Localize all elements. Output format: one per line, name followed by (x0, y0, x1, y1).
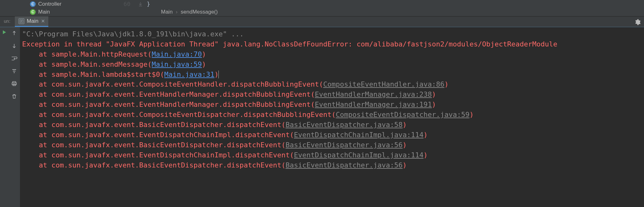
gear-icon[interactable] (634, 19, 641, 26)
breadcrumb-method[interactable]: sendMessage() (181, 9, 218, 15)
breadcrumb[interactable]: Main › sendMessage() (117, 8, 644, 16)
run-tab-main[interactable]: Main ✕ (15, 16, 48, 27)
run-toolbar (8, 27, 20, 207)
project-tree: C Controller C Main (0, 0, 117, 16)
tree-item-controller[interactable]: C Controller (30, 0, 117, 8)
line-number: 60 (117, 1, 134, 7)
scroll-down-icon[interactable] (11, 42, 18, 49)
class-icon: C (30, 1, 36, 7)
stacktrace-link[interactable]: Main.java:70 (152, 50, 202, 58)
stacktrace-link[interactable]: EventDispatchChainImpl.java:114 (294, 131, 424, 139)
soft-wrap-icon[interactable] (11, 55, 18, 62)
run-panel-title: un: (1, 18, 15, 26)
stacktrace-link[interactable]: CompositeEventHandler.java:86 (323, 80, 444, 88)
breadcrumb-class[interactable]: Main (161, 9, 173, 15)
stacktrace-link[interactable]: Main.java:31 (164, 70, 214, 78)
chevron-right-icon: › (176, 9, 178, 15)
tree-item-label: Controller (38, 1, 62, 7)
code-text: } (147, 1, 150, 7)
run-tab-label: Main (27, 18, 39, 24)
stacktrace-link[interactable]: CompositeEventDispatcher.java:59 (336, 111, 469, 119)
stacktrace-link[interactable]: EventHandlerManager.java:191 (315, 100, 432, 108)
editor-header: C Controller C Main 60 } Main › sendMess… (0, 0, 644, 16)
rerun-icon[interactable] (2, 30, 7, 36)
editor-area: 60 } Main › sendMessage() (117, 0, 644, 16)
stacktrace-link[interactable]: EventHandlerManager.java:238 (315, 90, 432, 98)
stacktrace-link[interactable]: BasicEventDispatcher.java:56 (285, 141, 402, 149)
run-toolwindow-body: "C:\Program Files\Java\jdk1.8.0_191\bin\… (0, 27, 644, 207)
print-icon[interactable] (11, 80, 18, 87)
close-icon[interactable]: ✕ (41, 18, 45, 24)
console-output[interactable]: "C:\Program Files\Java\jdk1.8.0_191\bin\… (20, 27, 644, 207)
run-toolwindow-tabbar: un: Main ✕ (0, 16, 644, 27)
stacktrace-link[interactable]: Main.java:59 (152, 60, 202, 68)
stacktrace-link[interactable]: EventDispatchChainImpl.java:114 (294, 151, 424, 159)
stacktrace-link[interactable]: BasicEventDispatcher.java:56 (285, 161, 402, 169)
tree-item-label: Main (38, 9, 50, 15)
editor-line[interactable]: 60 } (117, 0, 644, 8)
runnable-class-icon: C (30, 9, 36, 15)
scroll-up-icon[interactable] (11, 30, 18, 37)
trash-icon[interactable] (11, 93, 18, 100)
filters-icon[interactable] (11, 68, 18, 75)
tree-item-main[interactable]: C Main (30, 8, 117, 16)
stacktrace-link[interactable]: BasicEventDispatcher.java:58 (285, 121, 402, 129)
run-config-icon (19, 18, 24, 24)
method-end-icon (134, 2, 147, 7)
run-gutter (0, 27, 8, 207)
svg-rect-2 (12, 83, 16, 85)
